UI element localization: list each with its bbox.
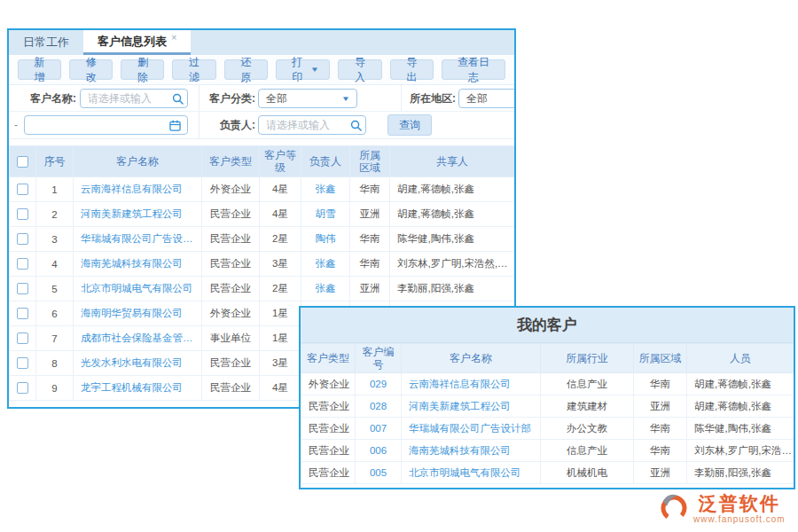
my-customers-title: 我的客户 [301, 308, 794, 343]
customer-name-link[interactable]: 龙宇工程机械有限公司 [74, 376, 202, 401]
import-button[interactable]: 导入 [338, 59, 381, 80]
region-select[interactable]: 全部 [458, 89, 516, 108]
table-row[interactable]: 民营企业 028 河南美新建筑工程公司 建筑建材 亚洲 胡建,蒋德帧,张鑫 [301, 395, 794, 418]
row-checkbox[interactable] [17, 283, 28, 294]
owner-link[interactable]: 胡雪 [301, 202, 350, 227]
row-checkbox[interactable] [17, 258, 28, 270]
customer-name-link[interactable]: 海南明华贸易有限公司 [74, 301, 202, 326]
query-button[interactable]: 查询 [387, 114, 432, 136]
table-row[interactable]: 2 河南美新建筑工程公司 民营企业 4星 胡雪 亚洲 胡建,蒋德帧,张鑫 [10, 202, 515, 227]
customer-name-link[interactable]: 光发水利水电有限公司 [74, 351, 202, 376]
col-region: 所属区域 [350, 146, 390, 177]
customer-code-link[interactable]: 005 [356, 462, 402, 484]
owner-link[interactable]: 张鑫 [301, 277, 350, 301]
table-row[interactable]: 外资企业 029 云南海祥信息有限公司 信息产业 华南 胡建,蒋德帧,张鑫 [301, 373, 794, 395]
col-customer-name: 客户名称 [402, 344, 541, 373]
cell-shared: 胡建,蒋德帧,张鑫 [390, 202, 515, 227]
restore-button[interactable]: 还原 [224, 59, 268, 80]
tab-daily-work-label: 日常工作 [23, 35, 69, 49]
select-all-cell [10, 146, 36, 177]
cell-type: 民营企业 [202, 277, 260, 301]
date-range-separator: - [14, 112, 18, 138]
row-checkbox[interactable] [17, 332, 28, 344]
calendar-icon[interactable] [169, 119, 181, 135]
tab-daily-work[interactable]: 日常工作 [9, 30, 83, 55]
select-all-checkbox[interactable] [17, 156, 28, 168]
row-checkbox[interactable] [17, 357, 28, 369]
customer-code-link[interactable]: 028 [356, 395, 402, 418]
owner-link[interactable]: 陶伟 [301, 227, 350, 252]
row-checkbox[interactable] [17, 382, 28, 394]
customer-name-link[interactable]: 成都市社会保险基金管理... [74, 326, 202, 351]
col-shared: 共享人 [390, 146, 515, 177]
search-icon[interactable] [172, 92, 184, 108]
customer-name-link[interactable]: 北京市明城电气有限公司 [74, 277, 202, 301]
delete-button[interactable]: 删除 [121, 59, 164, 80]
customer-code-link[interactable]: 006 [356, 440, 402, 462]
print-button[interactable]: 打印▼ [276, 59, 331, 80]
tab-close-icon[interactable]: × [171, 32, 176, 43]
table-row[interactable]: 民营企业 007 华瑞城有限公司广告设计部 办公文教 华南 陈华健,陶伟,张鑫 [301, 418, 794, 440]
add-button[interactable]: 新增 [18, 59, 61, 80]
customer-name-link[interactable]: 海南芜城科技有限公司 [74, 252, 202, 277]
view-log-button[interactable]: 查看日志 [442, 59, 505, 80]
tab-bar: 日常工作 客户信息列表× [9, 30, 514, 55]
date-input[interactable] [24, 115, 188, 135]
cell-index: 1 [36, 177, 74, 202]
table-row[interactable]: 民营企业 005 北京市明城电气有限公司 机械机电 亚洲 李勤丽,阳强,张鑫 [301, 462, 794, 484]
cell-type: 外资企业 [202, 177, 260, 202]
cell-grade: 4星 [260, 202, 301, 227]
row-select-cell [10, 227, 36, 252]
col-customer-type: 客户类型 [301, 344, 356, 373]
cell-region: 亚洲 [350, 202, 390, 227]
customer-name-link[interactable]: 北京市明城电气有限公司 [402, 462, 541, 484]
table-row[interactable]: 民营企业 006 海南芜城科技有限公司 信息产业 华南 刘东林,罗广明,宋浩然,… [301, 440, 794, 462]
search-icon[interactable] [350, 119, 362, 135]
customer-name-link[interactable]: 华瑞城有限公司广告设计部 [74, 227, 202, 252]
owner-link[interactable]: 张鑫 [301, 252, 350, 277]
vendor-website: www.fanpusoft.com [693, 514, 786, 524]
cell-type: 外资企业 [202, 301, 260, 326]
cell-index: 4 [36, 252, 74, 277]
customer-name-link[interactable]: 河南美新建筑工程公司 [402, 395, 541, 418]
modify-button[interactable]: 修改 [69, 59, 113, 80]
owner-link[interactable]: 张鑫 [301, 177, 350, 202]
customer-name-link[interactable]: 海南芜城科技有限公司 [402, 440, 541, 462]
chevron-down-icon: ▼ [341, 95, 350, 103]
filter-button[interactable]: 过滤 [172, 59, 215, 80]
my-customers-header-row: 客户类型 客户编号 客户名称 所属行业 所属区域 人员 [301, 344, 794, 373]
cell-staff: 胡建,蒋德帧,张鑫 [687, 373, 794, 395]
table-row[interactable]: 3 华瑞城有限公司广告设计部 民营企业 2星 陶伟 华南 陈华健,陶伟,张鑫 [10, 227, 515, 252]
export-button[interactable]: 导出 [390, 59, 434, 80]
row-checkbox[interactable] [17, 208, 28, 220]
col-index: 序号 [36, 146, 74, 177]
row-select-cell [10, 177, 36, 202]
customer-code-link[interactable]: 007 [356, 418, 402, 440]
table-row[interactable]: 5 北京市明城电气有限公司 民营企业 2星 张鑫 亚洲 李勤丽,阳强,张鑫 [10, 277, 515, 301]
col-owner: 负责人 [301, 146, 350, 177]
row-checkbox[interactable] [17, 308, 28, 319]
customer-name-link[interactable]: 云南海祥信息有限公司 [74, 177, 202, 202]
customer-code-link[interactable]: 029 [356, 373, 402, 395]
cell-region: 亚洲 [634, 395, 687, 418]
cell-region: 华南 [634, 418, 687, 440]
category-select[interactable]: 全部 ▼ [258, 89, 357, 108]
cell-type: 民营企业 [202, 227, 260, 252]
row-checkbox[interactable] [17, 233, 28, 245]
cell-industry: 办公文教 [541, 418, 634, 440]
row-select-cell [10, 202, 36, 227]
cell-type: 民营企业 [301, 395, 356, 418]
cell-index: 5 [36, 277, 74, 301]
table-row[interactable]: 4 海南芜城科技有限公司 民营企业 3星 张鑫 华南 刘东林,罗广明,宋浩然,张… [10, 252, 515, 277]
col-customer-code: 客户编号 [356, 344, 402, 373]
cell-type: 民营企业 [202, 351, 260, 376]
customer-name-link[interactable]: 云南海祥信息有限公司 [402, 373, 541, 395]
customer-name-link[interactable]: 河南美新建筑工程公司 [74, 202, 202, 227]
cell-region: 华南 [634, 440, 687, 462]
cell-index: 2 [36, 202, 74, 227]
customer-name-link[interactable]: 华瑞城有限公司广告设计部 [402, 418, 541, 440]
row-checkbox[interactable] [17, 184, 28, 195]
tab-customer-list[interactable]: 客户信息列表× [83, 30, 191, 55]
table-row[interactable]: 1 云南海祥信息有限公司 外资企业 4星 张鑫 华南 胡建,蒋德帧,张鑫 [10, 177, 515, 202]
row-select-cell [10, 252, 36, 277]
